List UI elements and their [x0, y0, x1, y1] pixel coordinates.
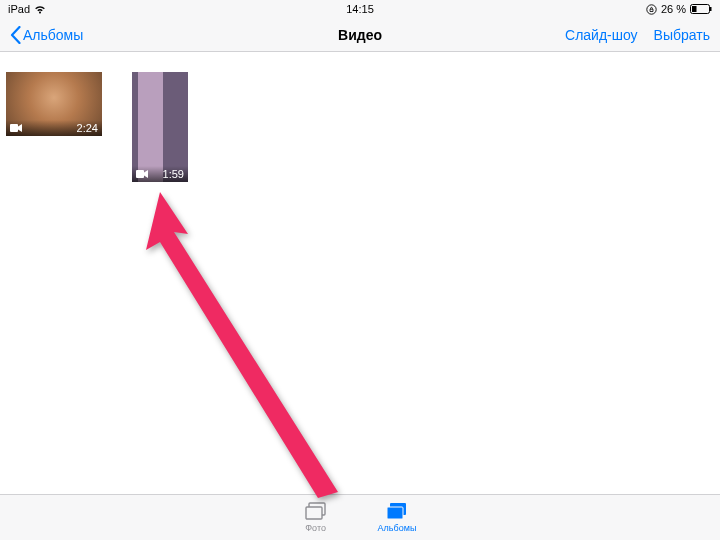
orientation-lock-icon	[646, 4, 657, 15]
video-thumbnail[interactable]: 2:24	[6, 72, 102, 136]
video-duration: 2:24	[77, 122, 98, 134]
navigation-bar: Альбомы Видео Слайд-шоу Выбрать	[0, 18, 720, 52]
svg-rect-4	[10, 124, 18, 132]
video-icon	[136, 168, 148, 180]
video-grid: 2:24 1:59	[0, 52, 720, 202]
video-badge: 1:59	[132, 166, 188, 182]
annotation-arrow	[130, 192, 350, 502]
wifi-icon	[34, 5, 46, 14]
tab-albums[interactable]: Альбомы	[378, 502, 417, 533]
albums-icon	[385, 502, 409, 522]
svg-rect-3	[710, 7, 712, 11]
battery-icon	[690, 4, 712, 14]
tab-label: Альбомы	[378, 523, 417, 533]
svg-rect-2	[692, 6, 697, 12]
svg-rect-5	[136, 170, 144, 178]
select-button[interactable]: Выбрать	[654, 27, 710, 43]
device-name: iPad	[8, 3, 30, 15]
status-time: 14:15	[346, 3, 374, 15]
tab-label: Фото	[305, 523, 326, 533]
slideshow-button[interactable]: Слайд-шоу	[565, 27, 638, 43]
content-area: 2:24 1:59	[0, 52, 720, 494]
video-badge: 2:24	[6, 120, 102, 136]
back-label: Альбомы	[23, 27, 83, 43]
chevron-left-icon	[10, 26, 21, 44]
photo-stack-icon	[304, 502, 328, 522]
battery-percent: 26 %	[661, 3, 686, 15]
tab-photos[interactable]: Фото	[304, 502, 328, 533]
status-bar: iPad 14:15 26 %	[0, 0, 720, 18]
svg-rect-9	[387, 507, 403, 519]
video-thumbnail[interactable]: 1:59	[132, 72, 188, 182]
video-duration: 1:59	[163, 168, 184, 180]
svg-rect-7	[306, 507, 322, 519]
back-button[interactable]: Альбомы	[10, 26, 83, 44]
tab-bar: Фото Альбомы	[0, 494, 720, 540]
video-icon	[10, 122, 22, 134]
page-title: Видео	[338, 27, 382, 43]
